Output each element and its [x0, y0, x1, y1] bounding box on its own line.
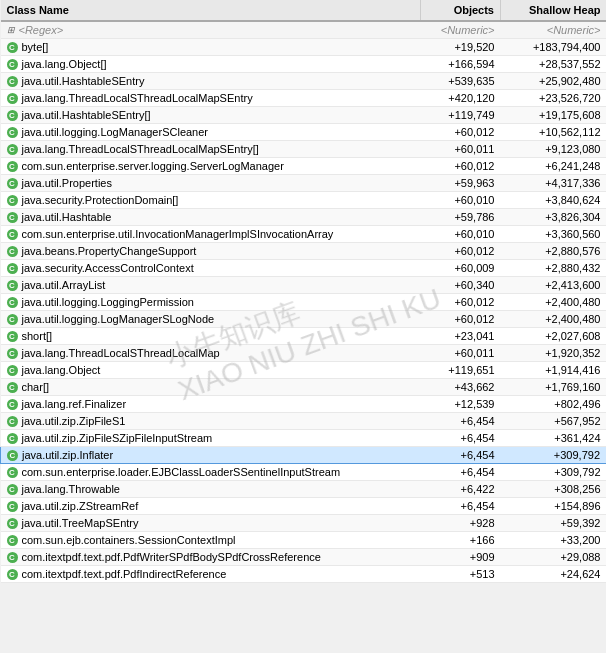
class-name-cell: C java.util.zip.Inflater: [1, 447, 421, 464]
objects-cell: +513: [421, 566, 501, 583]
objects-cell: +166,594: [421, 56, 501, 73]
table-row[interactable]: C com.itextpdf.text.pdf.PdfWriterSPdfBod…: [1, 549, 607, 566]
shallow-heap-cell: +2,880,432: [501, 260, 607, 277]
shallow-heap-cell: +802,496: [501, 396, 607, 413]
table-row[interactable]: C java.lang.ThreadLocalSThreadLocalMapSE…: [1, 141, 607, 158]
objects-cell: +19,520: [421, 39, 501, 56]
table-row[interactable]: C java.util.Properties +59,963+4,317,336: [1, 175, 607, 192]
class-name-cell: C short[]: [1, 328, 421, 345]
class-name-text: char[]: [22, 381, 50, 393]
class-name-text: java.lang.ThreadLocalSThreadLocalMap: [22, 347, 220, 359]
shallow-heap-cell: +2,400,480: [501, 294, 607, 311]
class-name-cell: C java.security.ProtectionDomain[]: [1, 192, 421, 209]
objects-cell: +60,011: [421, 345, 501, 362]
table-row[interactable]: C java.util.zip.ZipFileS1 +6,454+567,952: [1, 413, 607, 430]
shallow-heap-cell: +309,792: [501, 464, 607, 481]
shallow-heap-cell: +3,826,304: [501, 209, 607, 226]
class-icon: C: [7, 297, 18, 308]
class-name-text: com.sun.enterprise.loader.EJBClassLoader…: [22, 466, 341, 478]
table-row[interactable]: C java.lang.ref.Finalizer +12,539+802,49…: [1, 396, 607, 413]
table-row[interactable]: C com.sun.enterprise.loader.EJBClassLoad…: [1, 464, 607, 481]
table-row[interactable]: C com.sun.ejb.containers.SessionContextI…: [1, 532, 607, 549]
class-name-text: com.itextpdf.text.pdf.PdfIndirectReferen…: [22, 568, 227, 580]
table-row[interactable]: C java.security.ProtectionDomain[] +60,0…: [1, 192, 607, 209]
table-row[interactable]: C short[] +23,041+2,027,608: [1, 328, 607, 345]
objects-cell: +60,012: [421, 311, 501, 328]
class-icon: C: [7, 59, 18, 70]
shallow-heap-cell: +25,902,480: [501, 73, 607, 90]
table-row[interactable]: C java.lang.Throwable +6,422+308,256: [1, 481, 607, 498]
table-row[interactable]: C java.lang.ThreadLocalSThreadLocalMapSE…: [1, 90, 607, 107]
objects-cell: +60,012: [421, 124, 501, 141]
class-icon: C: [7, 450, 18, 461]
class-name-cell: C java.lang.ThreadLocalSThreadLocalMap: [1, 345, 421, 362]
table-row[interactable]: C java.util.logging.LogManagerSCleaner +…: [1, 124, 607, 141]
class-icon: C: [7, 552, 18, 563]
shallow-heap-cell: +361,424: [501, 430, 607, 447]
objects-cell: +60,012: [421, 243, 501, 260]
class-name-text: java.util.ArrayList: [22, 279, 106, 291]
table-row[interactable]: C java.util.logging.LoggingPermission +6…: [1, 294, 607, 311]
class-icon: C: [7, 331, 18, 342]
table-row[interactable]: C java.util.logging.LogManagerSLogNode +…: [1, 311, 607, 328]
col-header-name[interactable]: Class Name: [1, 0, 421, 21]
table-row[interactable]: C java.util.ArrayList +60,340+2,413,600: [1, 277, 607, 294]
table-row[interactable]: C java.util.HashtableSEntry[] +119,749+1…: [1, 107, 607, 124]
objects-cell: +60,012: [421, 294, 501, 311]
class-icon: C: [7, 348, 18, 359]
class-name-text: byte[]: [22, 41, 49, 53]
table-row[interactable]: C java.security.AccessControlContext +60…: [1, 260, 607, 277]
class-icon: C: [7, 399, 18, 410]
objects-cell: +60,010: [421, 192, 501, 209]
class-icon: C: [7, 144, 18, 155]
class-name-text: java.beans.PropertyChangeSupport: [22, 245, 197, 257]
table-row[interactable]: C java.util.zip.ZipFileSZipFileInputStre…: [1, 430, 607, 447]
objects-cell: +6,454: [421, 430, 501, 447]
objects-cell: +60,340: [421, 277, 501, 294]
objects-cell: +60,011: [421, 141, 501, 158]
class-icon: C: [7, 42, 18, 53]
class-name-text: java.util.zip.ZipFileS1: [22, 415, 126, 427]
table-row[interactable]: C com.itextpdf.text.pdf.PdfIndirectRefer…: [1, 566, 607, 583]
table-row[interactable]: C java.util.zip.ZStreamRef +6,454+154,89…: [1, 498, 607, 515]
shallow-heap-cell: +309,792: [501, 447, 607, 464]
objects-cell: +928: [421, 515, 501, 532]
shallow-heap-cell: +28,537,552: [501, 56, 607, 73]
table-row[interactable]: C com.sun.enterprise.server.logging.Serv…: [1, 158, 607, 175]
class-name-cell: C java.beans.PropertyChangeSupport: [1, 243, 421, 260]
class-name-text: java.util.Properties: [22, 177, 113, 189]
table-row[interactable]: C java.beans.PropertyChangeSupport +60,0…: [1, 243, 607, 260]
objects-cell: +60,010: [421, 226, 501, 243]
table-row[interactable]: C java.util.Hashtable +59,786+3,826,304: [1, 209, 607, 226]
table-row[interactable]: C java.util.TreeMapSEntry +928+59,392: [1, 515, 607, 532]
objects-cell: +6,422: [421, 481, 501, 498]
table-row[interactable]: C java.lang.Object +119,651+1,914,416: [1, 362, 607, 379]
class-icon: C: [7, 229, 18, 240]
col-header-shallow[interactable]: Shallow Heap: [501, 0, 607, 21]
class-icon: C: [7, 467, 18, 478]
class-name-cell: C com.itextpdf.text.pdf.PdfWriterSPdfBod…: [1, 549, 421, 566]
shallow-heap-cell: +308,256: [501, 481, 607, 498]
shallow-heap-cell: +154,896: [501, 498, 607, 515]
objects-cell: +6,454: [421, 447, 501, 464]
class-name-text: java.security.ProtectionDomain[]: [22, 194, 179, 206]
class-icon: C: [7, 93, 18, 104]
table-row[interactable]: C java.util.zip.Inflater +6,454+309,792: [1, 447, 607, 464]
class-name-text: java.lang.ThreadLocalSThreadLocalMapSEnt…: [22, 92, 253, 104]
table-row[interactable]: C char[] +43,662+1,769,160: [1, 379, 607, 396]
table-row[interactable]: C java.util.HashtableSEntry +539,635+25,…: [1, 73, 607, 90]
shallow-heap-cell: +59,392: [501, 515, 607, 532]
objects-cell: +6,454: [421, 464, 501, 481]
class-name-cell: C com.sun.enterprise.server.logging.Serv…: [1, 158, 421, 175]
class-name-text: java.util.HashtableSEntry[]: [22, 109, 151, 121]
table-row[interactable]: C java.lang.ThreadLocalSThreadLocalMap +…: [1, 345, 607, 362]
class-icon: C: [7, 280, 18, 291]
class-icon: C: [7, 535, 18, 546]
class-name-text: short[]: [22, 330, 53, 342]
table-row[interactable]: C com.sun.enterprise.util.InvocationMana…: [1, 226, 607, 243]
table-row[interactable]: C byte[] +19,520+183,794,400: [1, 39, 607, 56]
table-row[interactable]: C java.lang.Object[] +166,594+28,537,552: [1, 56, 607, 73]
col-header-objects[interactable]: Objects: [421, 0, 501, 21]
class-name-text: java.util.Hashtable: [22, 211, 112, 223]
class-name-text: java.util.logging.LogManagerSCleaner: [22, 126, 209, 138]
